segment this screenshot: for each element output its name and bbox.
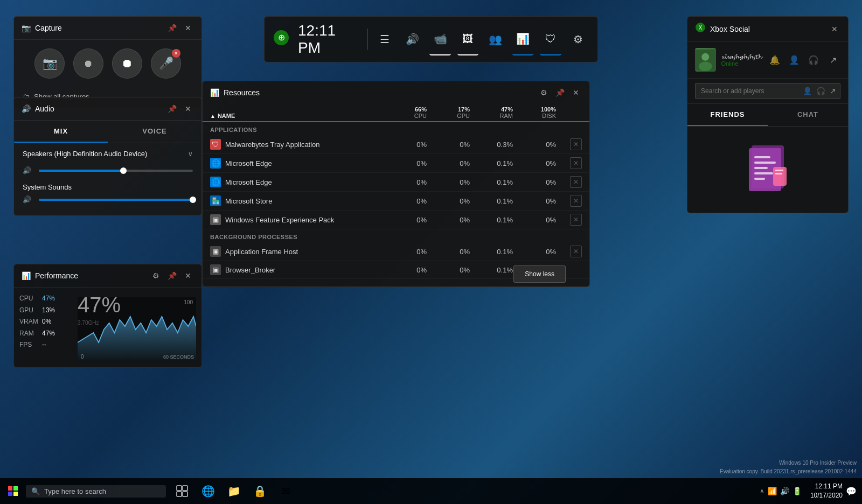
perf-pin-btn[interactable]: 📌	[166, 270, 178, 282]
taskbar-taskview-btn[interactable]	[170, 479, 194, 503]
store-ram: 0.1%	[474, 197, 517, 205]
edge1-cpu: 0%	[383, 159, 431, 167]
capture-pin-btn[interactable]: 📌	[166, 22, 178, 34]
audio-icon: 🔊	[406, 33, 419, 46]
malwarebytes-cpu: 0%	[383, 141, 431, 149]
appframe-close-btn[interactable]: ✕	[570, 246, 582, 257]
audio-pin-btn[interactable]: 📌	[166, 103, 178, 115]
gamebar-audio-btn[interactable]: 🔊	[402, 23, 423, 55]
systray-network-icon[interactable]: 📶	[768, 487, 777, 495]
screenshot-btn[interactable]: 📷	[34, 48, 65, 79]
vram-label: VRAM	[19, 316, 40, 328]
table-row: ▣ Windows Feature Experience Pack 0% 0% …	[203, 211, 589, 229]
tab-friends[interactable]: FRIENDS	[687, 104, 768, 126]
fps-stat-row: FPS --	[19, 339, 73, 351]
gamebar-settings-btn[interactable]: ⚙	[568, 23, 589, 55]
xbox-social-logo-icon: X	[695, 22, 706, 36]
taskbar-clock[interactable]: 12:11 PM 10/17/2020	[810, 482, 843, 500]
resources-pin-btn[interactable]: 📌	[554, 87, 566, 99]
notification-btn[interactable]: 🔔	[767, 52, 782, 67]
systray-volume-icon[interactable]: 🔊	[780, 487, 789, 495]
app-name-winfeature: Windows Feature Experience Pack	[225, 216, 334, 224]
applications-section-label: APPLICATIONS	[203, 122, 589, 135]
speaker-volume-slider[interactable]	[39, 170, 193, 172]
tab-chat[interactable]: CHAT	[768, 104, 848, 126]
ram-stat-row: RAM 47%	[19, 328, 73, 340]
mic-muted-icon: ✕	[172, 49, 180, 58]
gamebar-performance-btn[interactable]: 📊	[512, 23, 533, 55]
winfeature-close-btn[interactable]: ✕	[570, 214, 582, 226]
social-content	[687, 127, 848, 213]
svg-text:⊕: ⊕	[278, 33, 285, 42]
search-placeholder: Type here to search	[44, 487, 106, 495]
svg-rect-13	[754, 172, 773, 174]
gamebar-xbox-btn[interactable]: 🛡	[540, 23, 561, 55]
appframe-disk: 0%	[517, 248, 560, 256]
resources-close-btn[interactable]: ✕	[570, 87, 582, 99]
taskbar-explorer-btn[interactable]: 📁	[222, 479, 246, 503]
resources-header: 📊 Resources ⚙ 📌 ✕	[203, 81, 589, 104]
taskbar-mail-btn[interactable]: ✉	[274, 479, 297, 503]
headphones-icon[interactable]: 🎧	[816, 87, 825, 95]
resources-table-header: ▲ NAME 66% CPU 17% GPU 47% RAM 100% DISK	[203, 104, 589, 122]
perf-graph-max-label: 100	[184, 299, 193, 305]
settings-icon: ⚙	[573, 33, 583, 46]
headset-btn[interactable]: 🎧	[806, 52, 821, 67]
systray-expand-icon[interactable]: ∧	[760, 487, 764, 495]
audio-panel-header: 🔊 Audio 📌 ✕	[14, 97, 201, 121]
capture-panel-title: Capture	[35, 24, 166, 32]
edge2-close-btn[interactable]: ✕	[570, 176, 582, 188]
table-row: 🏪 Microsoft Store 0% 0% 0.1% 0% ✕	[203, 192, 589, 211]
perf-close-btn[interactable]: ✕	[182, 270, 194, 282]
gamebar-gallery-btn[interactable]: 🖼	[457, 23, 478, 55]
malwarebytes-close-btn[interactable]: ✕	[570, 138, 582, 150]
start-button[interactable]	[0, 478, 26, 504]
resources-filter-btn[interactable]: ⚙	[538, 87, 550, 99]
audio-close-btn[interactable]: ✕	[182, 103, 194, 115]
social-illustration	[735, 137, 800, 202]
tab-mix[interactable]: MIX	[14, 121, 108, 143]
app-icon-winfeature: ▣	[210, 214, 221, 225]
show-less-btn[interactable]: Show less	[513, 265, 566, 283]
capture-close-btn[interactable]: ✕	[182, 22, 194, 34]
search-action-icons: 👤 🎧 ↗	[803, 87, 836, 95]
tab-voice[interactable]: VOICE	[108, 121, 201, 143]
edge2-ram: 0.1%	[474, 178, 517, 186]
system-sounds-slider[interactable]	[39, 199, 193, 201]
perf-panel-title: Performance	[35, 271, 150, 280]
gamebar-friends-btn[interactable]: 👥	[485, 23, 506, 55]
watermark-line2: Evaluation copy. Build 20231.rs_prerelea…	[720, 467, 857, 476]
record-last-btn[interactable]: ⏺	[73, 48, 103, 79]
systray-battery-icon[interactable]: 🔋	[793, 487, 802, 495]
taskbar-edge-btn[interactable]: 🌐	[196, 479, 220, 503]
share-btn[interactable]: ↗	[825, 52, 840, 67]
gpu-label: GPU	[19, 305, 40, 317]
store-close-btn[interactable]: ✕	[570, 195, 582, 207]
mic-btn[interactable]: 🎤 ✕	[151, 48, 181, 79]
taskbar-search[interactable]: 🔍 Type here to search	[26, 485, 166, 498]
screenshot-icon: 📷	[43, 57, 57, 71]
winfeature-disk: 0%	[517, 216, 560, 224]
disk-col-header: 100% DISK	[517, 106, 560, 119]
user-info: 𝔁𝓵𝓼𝓪𝓳𝓱𝓰𝓱𝓳𝓱𝓳𝓽𝓱 Online	[721, 53, 762, 67]
taskbar-lock-btn[interactable]: 🔒	[248, 479, 272, 503]
send-icon[interactable]: ↗	[830, 87, 836, 95]
gamebar-widget-menu-btn[interactable]: ☰	[374, 23, 395, 55]
search-icon[interactable]: 👤	[803, 87, 812, 95]
perf-settings-btn[interactable]: ⚙	[150, 270, 162, 282]
taskbar-notification-icon[interactable]: 💬	[846, 486, 857, 496]
broker-ram: 0.1%	[474, 266, 517, 274]
vram-value: 0%	[42, 316, 51, 328]
ram-value: 47%	[42, 328, 55, 340]
gamebar-capture-btn[interactable]: 📹	[429, 23, 450, 55]
table-row: 🌐 Microsoft Edge 0% 0% 0.1% 0% ✕	[203, 154, 589, 173]
svg-rect-16	[775, 170, 783, 171]
xbox-close-btn[interactable]: ✕	[829, 23, 840, 35]
perf-header-icon: 📊	[22, 271, 31, 280]
chevron-down-icon[interactable]: ∨	[188, 150, 193, 158]
record-btn[interactable]: ⏺	[112, 48, 142, 79]
audio-header-icon: 🔊	[22, 104, 31, 113]
edge1-close-btn[interactable]: ✕	[570, 157, 582, 169]
user-profile-btn[interactable]: 👤	[787, 52, 802, 67]
speaker-volume-row: 🔊	[14, 164, 201, 180]
